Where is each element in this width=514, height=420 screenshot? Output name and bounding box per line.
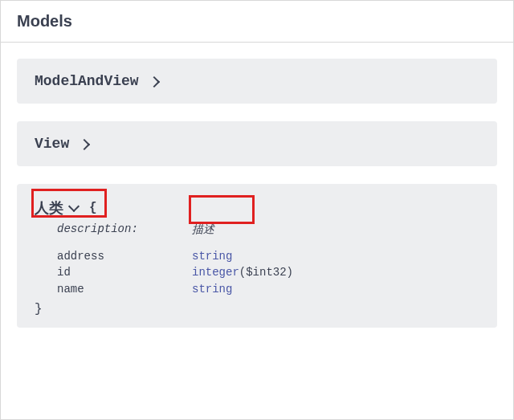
property-type: string <box>192 250 232 263</box>
description-row: description: 描述 <box>57 222 479 237</box>
property-name: id <box>57 264 192 280</box>
model-name-view: View <box>35 136 69 152</box>
property-row: name string <box>57 281 479 297</box>
model-name-human: 人类 <box>35 198 63 218</box>
models-body: ModelAndView View 人类 { description: <box>1 43 513 361</box>
close-brace: } <box>35 302 479 316</box>
property-type: string <box>192 283 232 296</box>
model-toggle-human[interactable]: 人类 { <box>35 198 479 218</box>
model-toggle-modelandview[interactable]: ModelAndView <box>35 73 479 89</box>
property-type: integer <box>192 266 239 279</box>
models-title: Models <box>17 12 72 30</box>
models-panel: Models ModelAndView View 人类 { <box>0 0 514 420</box>
chevron-right-icon <box>149 76 160 88</box>
model-box-view: View <box>17 121 497 166</box>
property-row: address string <box>57 248 479 264</box>
property-name: name <box>57 281 192 297</box>
models-header[interactable]: Models <box>1 0 513 43</box>
chevron-right-icon <box>79 139 90 150</box>
description-value: 描述 <box>192 222 214 237</box>
property-name: address <box>57 248 192 264</box>
property-format: ($int32) <box>239 266 293 279</box>
property-row: id integer($int32) <box>57 264 479 280</box>
model-details-human: description: 描述 address string id intege… <box>35 222 479 316</box>
model-toggle-view[interactable]: View <box>35 136 479 152</box>
model-name-modelandview: ModelAndView <box>35 73 139 89</box>
model-box-modelandview: ModelAndView <box>17 59 497 104</box>
open-brace: { <box>89 201 97 215</box>
model-box-human: 人类 { description: 描述 address string id <box>17 184 497 328</box>
description-key: description: <box>57 222 192 235</box>
chevron-down-icon <box>68 201 80 212</box>
